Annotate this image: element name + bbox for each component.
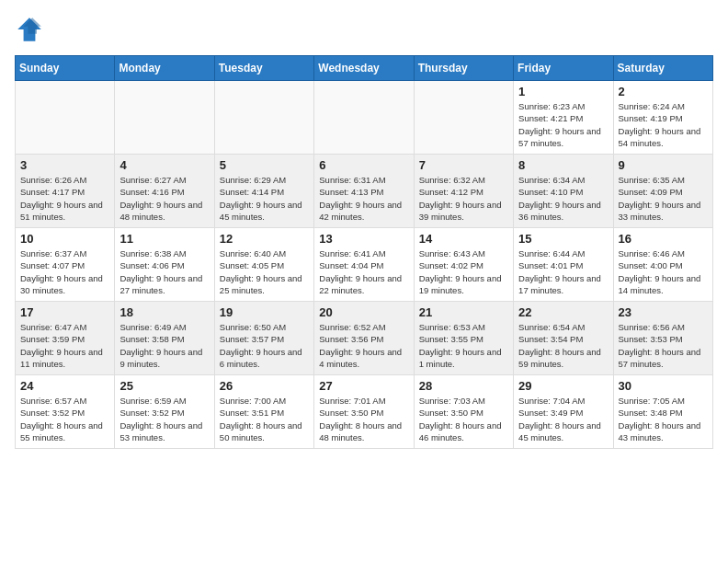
calendar-cell: 22Sunrise: 6:54 AM Sunset: 3:54 PM Dayli… bbox=[514, 302, 613, 375]
day-info: Sunrise: 6:49 AM Sunset: 3:58 PM Dayligh… bbox=[119, 321, 209, 370]
calendar-cell: 26Sunrise: 7:00 AM Sunset: 3:51 PM Dayli… bbox=[214, 375, 313, 449]
day-info: Sunrise: 6:47 AM Sunset: 3:59 PM Dayligh… bbox=[20, 321, 109, 370]
calendar-week-row: 10Sunrise: 6:37 AM Sunset: 4:07 PM Dayli… bbox=[16, 228, 713, 302]
day-info: Sunrise: 6:24 AM Sunset: 4:19 PM Dayligh… bbox=[619, 100, 708, 149]
calendar-cell: 8Sunrise: 6:34 AM Sunset: 4:10 PM Daylig… bbox=[514, 155, 613, 228]
day-info: Sunrise: 6:35 AM Sunset: 4:09 PM Dayligh… bbox=[619, 174, 708, 223]
calendar-cell: 10Sunrise: 6:37 AM Sunset: 4:07 PM Dayli… bbox=[16, 228, 115, 302]
calendar-cell: 19Sunrise: 6:50 AM Sunset: 3:57 PM Dayli… bbox=[214, 302, 313, 375]
day-info: Sunrise: 6:31 AM Sunset: 4:13 PM Dayligh… bbox=[319, 174, 408, 223]
day-info: Sunrise: 6:50 AM Sunset: 3:57 PM Dayligh… bbox=[220, 321, 309, 370]
calendar-cell: 17Sunrise: 6:47 AM Sunset: 3:59 PM Dayli… bbox=[16, 302, 115, 375]
calendar-cell bbox=[214, 81, 313, 155]
day-number: 4 bbox=[119, 158, 209, 172]
calendar-cell: 21Sunrise: 6:53 AM Sunset: 3:55 PM Dayli… bbox=[414, 302, 513, 375]
calendar-cell: 30Sunrise: 7:05 AM Sunset: 3:48 PM Dayli… bbox=[613, 375, 712, 449]
day-number: 20 bbox=[319, 305, 408, 319]
day-info: Sunrise: 6:43 AM Sunset: 4:02 PM Dayligh… bbox=[419, 247, 508, 296]
day-number: 23 bbox=[619, 305, 708, 319]
day-number: 10 bbox=[20, 232, 109, 246]
day-info: Sunrise: 6:54 AM Sunset: 3:54 PM Dayligh… bbox=[518, 321, 608, 370]
day-header-sunday: Sunday bbox=[16, 56, 115, 81]
day-info: Sunrise: 7:01 AM Sunset: 3:50 PM Dayligh… bbox=[319, 395, 408, 443]
day-header-tuesday: Tuesday bbox=[214, 56, 313, 81]
day-info: Sunrise: 6:29 AM Sunset: 4:14 PM Dayligh… bbox=[220, 174, 309, 223]
day-info: Sunrise: 6:56 AM Sunset: 3:53 PM Dayligh… bbox=[619, 321, 708, 370]
day-number: 8 bbox=[518, 158, 608, 172]
day-number: 22 bbox=[518, 305, 608, 319]
day-number: 5 bbox=[220, 158, 309, 172]
day-info: Sunrise: 6:59 AM Sunset: 3:52 PM Dayligh… bbox=[119, 395, 209, 443]
calendar-cell: 18Sunrise: 6:49 AM Sunset: 3:58 PM Dayli… bbox=[115, 302, 214, 375]
calendar-cell: 5Sunrise: 6:29 AM Sunset: 4:14 PM Daylig… bbox=[214, 155, 313, 228]
day-number: 28 bbox=[419, 379, 508, 393]
calendar-week-row: 3Sunrise: 6:26 AM Sunset: 4:17 PM Daylig… bbox=[16, 155, 713, 228]
calendar-cell: 23Sunrise: 6:56 AM Sunset: 3:53 PM Dayli… bbox=[613, 302, 712, 375]
calendar-cell bbox=[414, 81, 513, 155]
logo-icon bbox=[15, 15, 44, 44]
day-header-wednesday: Wednesday bbox=[314, 56, 414, 81]
day-info: Sunrise: 6:38 AM Sunset: 4:06 PM Dayligh… bbox=[119, 247, 209, 296]
day-info: Sunrise: 7:00 AM Sunset: 3:51 PM Dayligh… bbox=[220, 395, 309, 443]
day-number: 12 bbox=[220, 232, 309, 246]
calendar-cell: 15Sunrise: 6:44 AM Sunset: 4:01 PM Dayli… bbox=[514, 228, 613, 302]
day-number: 17 bbox=[20, 305, 109, 319]
day-number: 14 bbox=[419, 232, 508, 246]
calendar-cell: 11Sunrise: 6:38 AM Sunset: 4:06 PM Dayli… bbox=[115, 228, 214, 302]
calendar-cell: 9Sunrise: 6:35 AM Sunset: 4:09 PM Daylig… bbox=[613, 155, 712, 228]
day-number: 21 bbox=[419, 305, 508, 319]
day-info: Sunrise: 6:52 AM Sunset: 3:56 PM Dayligh… bbox=[319, 321, 408, 370]
calendar-cell: 24Sunrise: 6:57 AM Sunset: 3:52 PM Dayli… bbox=[16, 375, 115, 449]
day-number: 2 bbox=[619, 85, 708, 98]
calendar-cell: 27Sunrise: 7:01 AM Sunset: 3:50 PM Dayli… bbox=[314, 375, 414, 449]
day-number: 15 bbox=[518, 232, 608, 246]
day-info: Sunrise: 6:40 AM Sunset: 4:05 PM Dayligh… bbox=[220, 247, 309, 296]
day-number: 9 bbox=[619, 158, 708, 172]
calendar-cell: 12Sunrise: 6:40 AM Sunset: 4:05 PM Dayli… bbox=[214, 228, 313, 302]
day-number: 7 bbox=[419, 158, 508, 172]
day-info: Sunrise: 6:53 AM Sunset: 3:55 PM Dayligh… bbox=[419, 321, 508, 370]
calendar-cell: 7Sunrise: 6:32 AM Sunset: 4:12 PM Daylig… bbox=[414, 155, 513, 228]
calendar-cell: 2Sunrise: 6:24 AM Sunset: 4:19 PM Daylig… bbox=[613, 81, 712, 155]
day-number: 19 bbox=[220, 305, 309, 319]
day-header-thursday: Thursday bbox=[414, 56, 513, 81]
calendar-cell: 6Sunrise: 6:31 AM Sunset: 4:13 PM Daylig… bbox=[314, 155, 414, 228]
calendar-cell bbox=[314, 81, 414, 155]
calendar-table: SundayMondayTuesdayWednesdayThursdayFrid… bbox=[15, 55, 713, 449]
calendar-cell bbox=[115, 81, 214, 155]
day-number: 13 bbox=[319, 232, 408, 246]
day-info: Sunrise: 6:32 AM Sunset: 4:12 PM Dayligh… bbox=[419, 174, 508, 223]
day-info: Sunrise: 7:05 AM Sunset: 3:48 PM Dayligh… bbox=[619, 395, 708, 443]
day-number: 29 bbox=[518, 379, 608, 393]
calendar-cell: 16Sunrise: 6:46 AM Sunset: 4:00 PM Dayli… bbox=[613, 228, 712, 302]
day-header-monday: Monday bbox=[115, 56, 214, 81]
day-number: 27 bbox=[319, 379, 408, 393]
day-info: Sunrise: 6:34 AM Sunset: 4:10 PM Dayligh… bbox=[518, 174, 608, 223]
calendar-cell: 25Sunrise: 6:59 AM Sunset: 3:52 PM Dayli… bbox=[115, 375, 214, 449]
day-number: 18 bbox=[119, 305, 209, 319]
calendar-cell bbox=[16, 81, 115, 155]
calendar-cell: 14Sunrise: 6:43 AM Sunset: 4:02 PM Dayli… bbox=[414, 228, 513, 302]
day-info: Sunrise: 6:27 AM Sunset: 4:16 PM Dayligh… bbox=[119, 174, 209, 223]
day-number: 30 bbox=[619, 379, 708, 393]
day-number: 3 bbox=[20, 158, 109, 172]
day-header-saturday: Saturday bbox=[613, 56, 712, 81]
day-number: 6 bbox=[319, 158, 408, 172]
day-info: Sunrise: 6:41 AM Sunset: 4:04 PM Dayligh… bbox=[319, 247, 408, 296]
day-info: Sunrise: 6:57 AM Sunset: 3:52 PM Dayligh… bbox=[20, 395, 109, 443]
calendar-cell: 29Sunrise: 7:04 AM Sunset: 3:49 PM Dayli… bbox=[514, 375, 613, 449]
calendar-cell: 1Sunrise: 6:23 AM Sunset: 4:21 PM Daylig… bbox=[514, 81, 613, 155]
day-info: Sunrise: 6:44 AM Sunset: 4:01 PM Dayligh… bbox=[518, 247, 608, 296]
day-info: Sunrise: 6:46 AM Sunset: 4:00 PM Dayligh… bbox=[619, 247, 708, 296]
day-info: Sunrise: 7:03 AM Sunset: 3:50 PM Dayligh… bbox=[419, 395, 508, 443]
day-number: 11 bbox=[119, 232, 209, 246]
calendar-header-row: SundayMondayTuesdayWednesdayThursdayFrid… bbox=[16, 56, 713, 81]
calendar-cell: 28Sunrise: 7:03 AM Sunset: 3:50 PM Dayli… bbox=[414, 375, 513, 449]
page-header bbox=[15, 15, 713, 44]
day-number: 24 bbox=[20, 379, 109, 393]
day-header-friday: Friday bbox=[514, 56, 613, 81]
calendar-cell: 13Sunrise: 6:41 AM Sunset: 4:04 PM Dayli… bbox=[314, 228, 414, 302]
calendar-cell: 3Sunrise: 6:26 AM Sunset: 4:17 PM Daylig… bbox=[16, 155, 115, 228]
day-info: Sunrise: 7:04 AM Sunset: 3:49 PM Dayligh… bbox=[518, 395, 608, 443]
day-number: 25 bbox=[119, 379, 209, 393]
